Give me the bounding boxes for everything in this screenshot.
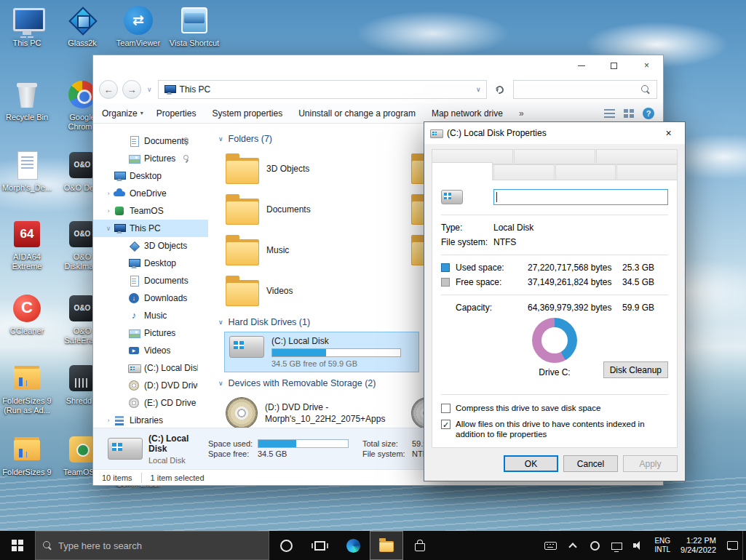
nav-item[interactable]: 3D Objects: [93, 237, 208, 255]
toolbar-item[interactable]: Map network drive: [432, 108, 506, 119]
desktop-icon[interactable]: FolderSizes 9: [0, 433, 54, 477]
address-dropdown-icon[interactable]: ∨: [476, 86, 481, 93]
desktop-icon[interactable]: Vista Shortcut: [167, 4, 221, 48]
action-center-button[interactable]: [726, 541, 738, 550]
tray-overflow-button[interactable]: [567, 541, 579, 550]
desktop-icon[interactable]: TeamViewer: [111, 4, 165, 48]
toolbar-item[interactable]: Properties: [156, 108, 199, 119]
expand-arrow-icon[interactable]: ∨: [103, 225, 114, 232]
nav-item[interactable]: Documents: [93, 132, 208, 150]
nav-item[interactable]: (D:) DVD Drive: [93, 377, 208, 394]
desktop-icon[interactable]: AIDA64 Extreme: [0, 218, 54, 271]
apply-button[interactable]: Apply: [623, 455, 678, 472]
minimize-button[interactable]: [565, 55, 598, 76]
nav-item-label: Desktop: [144, 258, 176, 268]
compress-checkbox[interactable]: [441, 404, 451, 413]
desktop-icon[interactable]: Glass2k: [55, 4, 109, 48]
ok-button[interactable]: OK: [504, 455, 558, 472]
desktop-icon[interactable]: CCleaner: [0, 292, 54, 336]
explorer-search-input[interactable]: [520, 84, 641, 95]
nav-item[interactable]: › TeamOS: [93, 202, 208, 220]
dialog-tab[interactable]: [514, 149, 595, 164]
cancel-button[interactable]: Cancel: [563, 455, 618, 472]
index-checkbox[interactable]: ✓: [441, 420, 451, 429]
folder-tile-label: Music: [266, 245, 289, 255]
dialog-close-button[interactable]: ×: [652, 122, 685, 144]
nav-item[interactable]: Desktop: [93, 167, 208, 185]
desktop-icon[interactable]: FolderSizes 9 (Run as Ad...: [0, 362, 54, 415]
language-indicator[interactable]: ENG INTL: [654, 537, 670, 554]
store-button[interactable]: [403, 531, 437, 560]
dialog-tab[interactable]: [596, 149, 678, 164]
forward-button[interactable]: →: [122, 80, 141, 99]
vista-shortcut-icon: [178, 4, 210, 36]
status-selected-count: 1 item selected: [151, 473, 205, 482]
nav-item[interactable]: Music: [93, 307, 208, 324]
dvd-drive-tile[interactable]: (D:) DVD Drive - Morph's_10_22H2_2075+Ap…: [217, 393, 402, 428]
back-button[interactable]: ←: [99, 80, 118, 99]
dialog-tab[interactable]: [555, 164, 616, 180]
toolbar-item[interactable]: System properties: [212, 108, 285, 119]
taskbar-search[interactable]: [35, 531, 269, 560]
nav-item[interactable]: ∨ This PC: [93, 220, 208, 237]
dialog-tab[interactable]: [616, 164, 678, 180]
toolbar-item[interactable]: Organize ▾: [102, 108, 143, 119]
volume-icon: [633, 541, 644, 550]
folder-tile[interactable]: 3D Objects: [217, 148, 402, 189]
folder-tile[interactable]: Documents: [217, 189, 402, 230]
refresh-button[interactable]: [491, 81, 509, 98]
local-disk-icon: [108, 438, 143, 460]
dialog-tab[interactable]: [493, 164, 555, 180]
title-bar[interactable]: ×: [93, 55, 663, 76]
explorer-search[interactable]: [513, 80, 657, 99]
tiles-view-icon[interactable]: [624, 109, 634, 118]
nav-item[interactable]: Documents: [93, 272, 208, 289]
nav-item[interactable]: (C:) Local Disk: [93, 359, 208, 377]
desktop-icon[interactable]: This PC: [0, 4, 54, 48]
tray-app-button[interactable]: [589, 541, 600, 551]
volume-button[interactable]: [632, 541, 644, 550]
show-desktop-button[interactable]: [742, 531, 746, 560]
edge-button[interactable]: [336, 531, 370, 560]
nav-item[interactable]: Pictures: [93, 150, 208, 167]
search-icon: [641, 85, 651, 95]
space-used-bar: [258, 439, 349, 448]
folder-tile[interactable]: Music: [217, 230, 402, 271]
recent-locations-button[interactable]: ∨: [147, 86, 152, 93]
address-input[interactable]: This PC ∨: [158, 80, 487, 99]
taskbar-search-input[interactable]: [58, 540, 261, 551]
disk-cleanup-button[interactable]: Disk Cleanup: [603, 361, 668, 378]
dialog-title-bar[interactable]: (C:) Local Disk Properties ×: [424, 122, 685, 144]
desktop-icon[interactable]: Recycle Bin: [0, 79, 54, 122]
desktop-icon[interactable]: Morph's_De...: [0, 149, 54, 193]
folder-tile[interactable]: Videos: [217, 271, 402, 311]
start-button[interactable]: [0, 531, 35, 560]
nav-item[interactable]: › Libraries: [93, 412, 208, 428]
dialog-tab[interactable]: [432, 162, 493, 180]
expand-arrow-icon[interactable]: ›: [103, 190, 114, 197]
file-explorer-button[interactable]: [370, 531, 403, 560]
network-button[interactable]: [611, 541, 622, 550]
touch-keyboard-button[interactable]: [544, 542, 557, 550]
details-view-icon[interactable]: [604, 109, 615, 118]
nav-item[interactable]: (E:) CD Drive: [93, 394, 208, 412]
task-view-button[interactable]: [303, 531, 336, 560]
nav-item[interactable]: Videos: [93, 342, 208, 359]
local-disk-tile[interactable]: (C:) Local Disk 34.5 GB free of 59.9 GB: [224, 332, 419, 372]
toolbar-overflow-button[interactable]: »: [519, 108, 524, 119]
expand-arrow-icon[interactable]: ›: [103, 207, 114, 215]
toolbar-item[interactable]: Uninstall or change a program: [298, 108, 418, 119]
clock[interactable]: 1:22 PM 9/24/2022: [680, 536, 716, 555]
nav-item[interactable]: Pictures: [93, 324, 208, 342]
expand-arrow-icon[interactable]: ›: [103, 417, 114, 424]
nav-item[interactable]: Downloads: [93, 289, 208, 307]
folder-icon: [226, 158, 259, 184]
nav-item[interactable]: Desktop: [93, 255, 208, 272]
cortana-button[interactable]: [269, 531, 303, 560]
help-icon[interactable]: ?: [643, 108, 654, 119]
edge-icon: [346, 539, 360, 553]
close-button[interactable]: ×: [630, 55, 663, 76]
maximize-button[interactable]: [598, 55, 630, 76]
nav-item[interactable]: › OneDrive: [93, 185, 208, 202]
volume-label-input[interactable]: [493, 189, 668, 205]
